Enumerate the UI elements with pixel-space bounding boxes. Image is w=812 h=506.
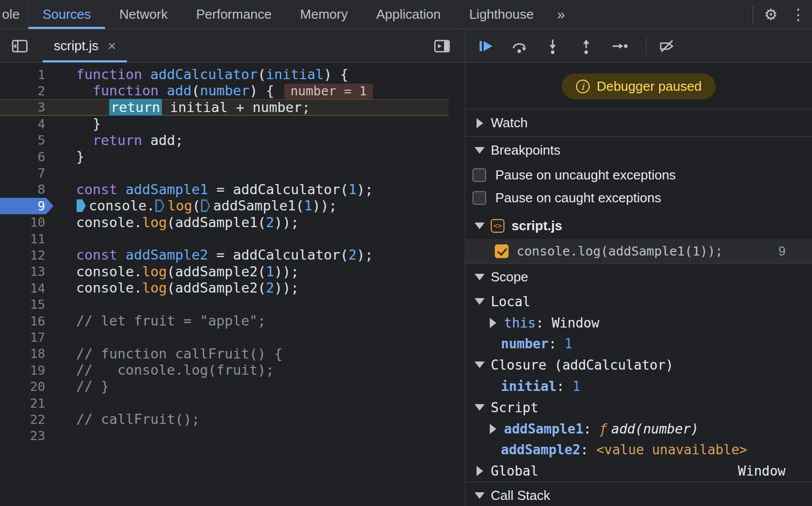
code-editor[interactable]: 1function addCalculator(initial) {2 func… [0,63,465,506]
code-line[interactable]: 9console.log(addSample1(1)); [0,198,449,214]
checkbox[interactable] [472,168,486,182]
toggle-debugger-sidebar-icon[interactable] [432,37,452,55]
code-line[interactable]: 17 [0,329,449,345]
code-line[interactable]: 16// let fruit = "apple"; [0,313,449,329]
step-icon[interactable] [610,34,630,58]
code-token: ) { [249,83,274,98]
code-line[interactable]: 10console.log(addSample1(2)); [0,214,449,231]
tab-console-partial[interactable]: ole [0,0,28,29]
step-into-icon[interactable] [543,34,563,58]
code-token [159,83,167,98]
inline-breakpoint-icon[interactable] [77,199,86,212]
line-number[interactable]: 21 [0,395,53,411]
code-text: function add(number) {number = 1 [53,83,449,99]
deactivate-breakpoints-icon[interactable] [657,34,677,58]
line-number[interactable]: 4 [0,116,53,132]
breakpoint-file-group[interactable]: <> script.js [465,212,812,239]
section-call-stack[interactable]: Call Stack [465,482,812,506]
scope-prop-addsample1[interactable]: addSample1: ƒ add(number) [465,418,812,439]
line-number[interactable]: 12 [0,247,53,263]
toggle-navigator-icon[interactable] [10,37,29,55]
line-number[interactable]: 8 [0,182,53,198]
line-number[interactable]: 20 [0,378,53,394]
line-number[interactable]: 17 [0,329,53,345]
code-line[interactable]: 23 [0,428,449,444]
code-line[interactable]: 4 } [0,116,449,132]
tab-lighthouse[interactable]: Lighthouse [455,0,548,29]
scope-group-closure-addcalculator[interactable]: Closure (addCalculator) [465,354,812,376]
code-token: ); [357,247,374,263]
checkbox[interactable] [472,191,486,205]
code-line[interactable]: 19// console.log(fruit); [0,362,449,378]
code-line[interactable]: 5 return add; [0,132,449,149]
option-pause-on-caught-exceptions[interactable]: Pause on caught exceptions [465,187,812,209]
settings-gear-icon[interactable]: ⚙ [757,0,785,29]
line-number[interactable]: 1 [0,66,53,83]
code-line[interactable]: 7 [0,165,449,181]
inline-breakpoint-icon[interactable] [155,199,164,212]
line-number[interactable]: 11 [0,231,53,247]
file-tab-script-js[interactable]: script.js × [43,29,127,62]
call-stack-label: Call Stack [491,488,550,503]
breakpoint-checkbox[interactable] [495,244,509,258]
code-line[interactable]: 15 [0,296,449,312]
option-label: Pause on uncaught exceptions [495,167,676,183]
code-token: initial [266,66,324,82]
scope-group-script[interactable]: Script [465,396,812,418]
section-scope[interactable]: Scope [465,263,812,291]
code-text: console.log(addSample2(2)); [53,280,449,296]
scope-prop-this[interactable]: this: Window [465,312,812,333]
scope-group-global[interactable]: GlobalWindow [465,460,812,482]
code-line[interactable]: 21 [0,395,449,411]
tab-memory[interactable]: Memory [286,0,362,29]
resume-script-icon[interactable] [476,34,496,58]
line-number[interactable]: 23 [0,428,53,444]
line-number[interactable]: 13 [0,264,53,280]
line-number[interactable]: 3 [0,100,53,115]
scope-colon: : [581,442,596,457]
line-number[interactable]: 5 [0,132,53,149]
code-line[interactable]: 6} [0,149,449,165]
line-number[interactable]: 22 [0,411,53,427]
code-token: // let fruit = "apple"; [76,313,266,329]
more-tabs-icon[interactable]: » [548,0,574,29]
option-pause-on-uncaught-exceptions[interactable]: Pause on uncaught exceptions [465,164,812,187]
scope-group-local[interactable]: Local [465,291,812,312]
tab-performance[interactable]: Performance [182,0,286,29]
code-line[interactable]: 20// } [0,378,449,394]
code-line[interactable]: 1function addCalculator(initial) { [0,66,449,83]
line-number[interactable]: 16 [0,313,53,329]
code-line[interactable]: 2 function add(number) {number = 1 [0,83,449,99]
line-number[interactable]: 18 [0,346,53,362]
code-line[interactable]: 13console.log(addSample2(1)); [0,264,449,280]
line-number[interactable]: 10 [0,214,53,231]
close-icon[interactable]: × [108,39,116,53]
inline-breakpoint-icon[interactable] [201,199,210,212]
line-number[interactable]: 6 [0,149,53,165]
line-number[interactable]: 2 [0,83,53,99]
section-watch[interactable]: Watch [465,109,812,136]
line-number[interactable]: 14 [0,280,53,296]
line-number[interactable]: 7 [0,165,53,181]
tab-application[interactable]: Application [362,0,455,29]
step-over-icon[interactable] [509,34,529,58]
section-breakpoints[interactable]: Breakpoints [465,136,812,164]
code-line[interactable]: 11 [0,231,449,247]
code-line[interactable]: 22// callFruit(); [0,411,449,427]
step-out-icon[interactable] [576,34,596,58]
line-number[interactable]: 19 [0,362,53,378]
tab-sources[interactable]: Sources [28,0,105,29]
breakpoint-line-number-gutter[interactable]: 9 [0,198,53,214]
code-line[interactable]: 8const addSample1 = addCalculator(1); [0,182,449,198]
code-line[interactable]: 14console.log(addSample2(2)); [0,280,449,296]
code-line[interactable]: 18// function callFruit() { [0,346,449,362]
more-options-icon[interactable]: ⋮ [785,0,812,29]
tab-network[interactable]: Network [105,0,182,29]
code-token: ( [192,198,200,213]
code-line[interactable]: 12const addSample2 = addCalculator(2); [0,247,449,263]
breakpoint-entry[interactable]: console.log(addSample1(1)); 9 [465,239,812,263]
code-token: addSample1 [126,182,209,197]
code-line-executing[interactable]: 3 return initial + number; [0,99,449,116]
code-token: = addCalculator( [208,247,348,263]
line-number[interactable]: 15 [0,296,53,312]
